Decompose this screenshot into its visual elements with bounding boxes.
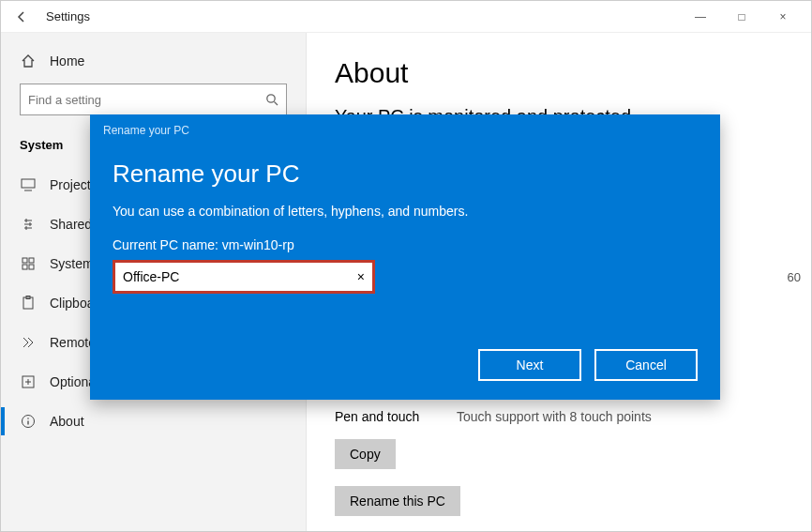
cancel-button[interactable]: Cancel <box>594 349 698 381</box>
page-title: About <box>335 57 783 89</box>
features-icon <box>20 374 37 389</box>
maximize-icon: □ <box>738 10 744 23</box>
dialog-description: You can use a combination of letters, hy… <box>113 204 698 219</box>
pc-name-input[interactable] <box>123 269 357 284</box>
svg-point-0 <box>267 95 275 102</box>
home-icon <box>20 53 37 68</box>
projecting-icon <box>20 178 37 191</box>
remote-icon <box>20 335 37 350</box>
close-button[interactable]: × <box>762 2 804 32</box>
rename-pc-button[interactable]: Rename this PC <box>335 486 460 516</box>
sidebar-home-label: Home <box>50 53 84 68</box>
close-icon: × <box>779 10 786 23</box>
back-button[interactable] <box>8 4 35 30</box>
sidebar-item-about[interactable]: About <box>1 402 306 441</box>
sidebar-home[interactable]: Home <box>20 46 287 84</box>
minimize-button[interactable]: — <box>680 2 721 32</box>
about-icon <box>20 414 37 429</box>
titlebar: Settings — □ × <box>1 1 811 33</box>
clipboard-icon <box>20 296 37 311</box>
dialog-small-title: Rename your PC <box>90 114 720 137</box>
next-button[interactable]: Next <box>478 349 581 381</box>
search-input[interactable] <box>20 84 287 115</box>
pen-touch-label: Pen and touch <box>335 409 457 424</box>
svg-rect-4 <box>23 265 27 269</box>
minimize-icon: — <box>695 10 706 23</box>
svg-rect-1 <box>22 179 35 188</box>
svg-rect-2 <box>23 258 27 263</box>
copy-button[interactable]: Copy <box>335 439 396 469</box>
pc-name-input-wrap: × <box>113 260 375 294</box>
sidebar-item-label: About <box>50 414 84 429</box>
back-arrow-icon <box>15 10 28 23</box>
current-pc-name-label: Current PC name: vm-win10-rp <box>113 237 698 252</box>
maximize-button[interactable]: □ <box>721 2 762 32</box>
components-icon <box>20 256 37 271</box>
rename-pc-dialog: Rename your PC Rename your PC You can us… <box>90 114 720 400</box>
partial-value: 60 <box>788 270 801 284</box>
clear-input-icon[interactable]: × <box>357 269 365 284</box>
search-field[interactable] <box>28 93 265 107</box>
svg-point-10 <box>27 418 29 419</box>
svg-rect-5 <box>29 265 34 269</box>
pen-touch-value: Touch support with 8 touch points <box>457 409 652 424</box>
svg-rect-3 <box>29 258 34 263</box>
dialog-heading: Rename your PC <box>113 160 698 189</box>
search-icon <box>265 93 278 106</box>
window-title: Settings <box>46 9 90 23</box>
shared-icon <box>20 217 37 232</box>
